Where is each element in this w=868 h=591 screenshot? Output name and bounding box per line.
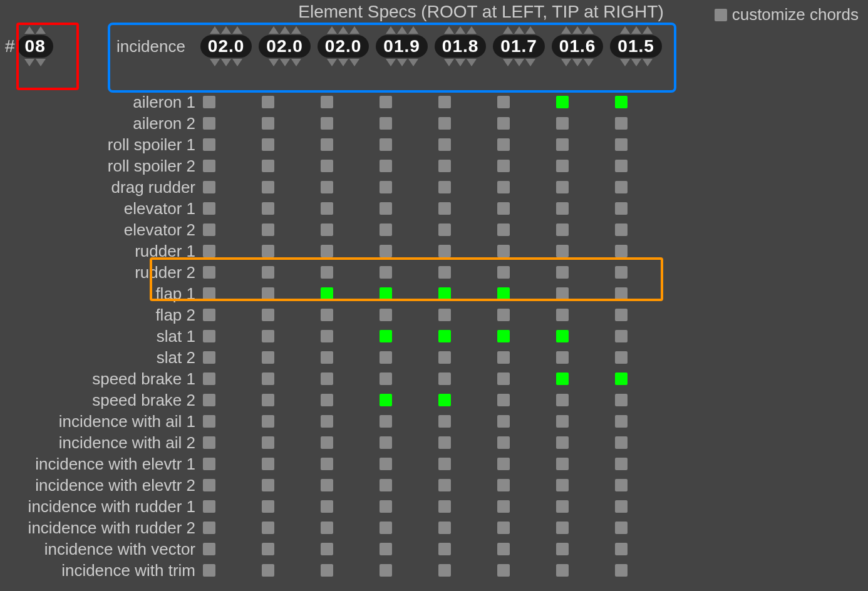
- grid-cell[interactable]: [615, 202, 628, 215]
- arrow-down-icon[interactable]: [349, 59, 359, 66]
- grid-cell[interactable]: [497, 522, 510, 534]
- grid-cell[interactable]: [262, 287, 274, 300]
- grid-cell[interactable]: [615, 266, 628, 279]
- grid-cell[interactable]: [203, 458, 215, 470]
- grid-cell[interactable]: [203, 522, 215, 534]
- grid-cell[interactable]: [556, 436, 569, 449]
- grid-cell[interactable]: [321, 160, 333, 172]
- grid-cell[interactable]: [262, 138, 274, 151]
- arrow-up-icon[interactable]: [386, 26, 396, 34]
- arrow-down-icon[interactable]: [561, 59, 571, 66]
- grid-cell[interactable]: [380, 564, 392, 577]
- grid-cell[interactable]: [262, 479, 274, 491]
- grid-cell[interactable]: [262, 436, 274, 449]
- grid-cell[interactable]: [321, 479, 333, 491]
- grid-cell[interactable]: [262, 266, 274, 279]
- arrow-down-icon[interactable]: [221, 59, 231, 66]
- grid-cell[interactable]: [203, 181, 215, 193]
- grid-cell[interactable]: [438, 564, 451, 577]
- arrow-up-icon[interactable]: [455, 26, 465, 34]
- arrow-down-icon[interactable]: [269, 59, 279, 66]
- incidence-up-arrows[interactable]: [327, 26, 359, 34]
- grid-cell[interactable]: [380, 436, 392, 449]
- grid-cell[interactable]: [556, 245, 569, 257]
- grid-cell[interactable]: [438, 522, 451, 534]
- grid-cell[interactable]: [380, 138, 392, 151]
- grid-cell[interactable]: [380, 458, 392, 470]
- grid-cell[interactable]: [438, 309, 451, 321]
- grid-cell[interactable]: [262, 394, 274, 406]
- grid-cell[interactable]: [262, 117, 274, 130]
- grid-cell[interactable]: [262, 373, 274, 385]
- arrow-up-icon[interactable]: [397, 26, 407, 34]
- grid-cell[interactable]: [203, 202, 215, 215]
- arrow-up-icon[interactable]: [467, 26, 477, 34]
- grid-cell[interactable]: [615, 96, 628, 108]
- arrow-up-icon[interactable]: [269, 26, 279, 34]
- grid-cell[interactable]: [321, 436, 333, 449]
- arrow-up-icon[interactable]: [327, 26, 337, 34]
- arrow-up-icon[interactable]: [503, 26, 513, 34]
- grid-cell[interactable]: [438, 351, 451, 364]
- grid-cell[interactable]: [321, 500, 333, 513]
- arrow-down-icon[interactable]: [397, 59, 407, 66]
- grid-cell[interactable]: [615, 479, 628, 491]
- incidence-down-arrows[interactable]: [503, 59, 535, 66]
- grid-cell[interactable]: [438, 373, 451, 385]
- grid-cell[interactable]: [556, 394, 569, 406]
- grid-cell[interactable]: [615, 500, 628, 513]
- incidence-up-arrows[interactable]: [386, 26, 418, 34]
- incidence-up-arrows[interactable]: [210, 26, 242, 34]
- grid-cell[interactable]: [556, 266, 569, 279]
- arrow-up-icon[interactable]: [514, 26, 524, 34]
- grid-cell[interactable]: [262, 96, 274, 108]
- grid-cell[interactable]: [615, 245, 628, 257]
- arrow-down-icon[interactable]: [36, 59, 46, 66]
- grid-cell[interactable]: [556, 96, 569, 108]
- grid-cell[interactable]: [380, 202, 392, 215]
- grid-cell[interactable]: [262, 500, 274, 513]
- grid-cell[interactable]: [203, 436, 215, 449]
- arrow-up-icon[interactable]: [221, 26, 231, 34]
- arrow-down-icon[interactable]: [620, 59, 630, 66]
- grid-cell[interactable]: [438, 458, 451, 470]
- grid-cell[interactable]: [497, 330, 510, 342]
- count-value[interactable]: 08: [18, 35, 53, 58]
- grid-cell[interactable]: [380, 224, 392, 236]
- grid-cell[interactable]: [556, 543, 569, 555]
- grid-cell[interactable]: [497, 373, 510, 385]
- arrow-up-icon[interactable]: [561, 26, 571, 34]
- incidence-down-arrows[interactable]: [327, 59, 359, 66]
- incidence-spinner-1[interactable]: 02.0: [259, 26, 311, 66]
- grid-cell[interactable]: [380, 117, 392, 130]
- grid-cell[interactable]: [497, 436, 510, 449]
- grid-cell[interactable]: [556, 309, 569, 321]
- arrow-down-icon[interactable]: [455, 59, 465, 66]
- arrow-down-icon[interactable]: [525, 59, 535, 66]
- grid-cell[interactable]: [203, 543, 215, 555]
- grid-cell[interactable]: [380, 394, 392, 406]
- incidence-spinner-5[interactable]: 01.7: [493, 26, 545, 66]
- arrow-down-icon[interactable]: [444, 59, 454, 66]
- arrow-up-icon[interactable]: [338, 26, 348, 34]
- grid-cell[interactable]: [438, 394, 451, 406]
- grid-cell[interactable]: [497, 245, 510, 257]
- grid-cell[interactable]: [203, 224, 215, 236]
- grid-cell[interactable]: [497, 181, 510, 193]
- grid-cell[interactable]: [203, 330, 215, 342]
- grid-cell[interactable]: [497, 458, 510, 470]
- incidence-spinner-6[interactable]: 01.6: [552, 26, 604, 66]
- incidence-up-arrows[interactable]: [503, 26, 535, 34]
- incidence-down-arrows[interactable]: [386, 59, 418, 66]
- grid-cell[interactable]: [203, 500, 215, 513]
- grid-cell[interactable]: [615, 415, 628, 428]
- grid-cell[interactable]: [380, 266, 392, 279]
- grid-cell[interactable]: [556, 522, 569, 534]
- incidence-value-0[interactable]: 02.0: [200, 35, 252, 58]
- grid-cell[interactable]: [262, 160, 274, 172]
- grid-cell[interactable]: [262, 181, 274, 193]
- arrow-down-icon[interactable]: [280, 59, 290, 66]
- grid-cell[interactable]: [321, 287, 333, 300]
- arrow-down-icon[interactable]: [24, 59, 34, 66]
- arrow-up-icon[interactable]: [291, 26, 301, 34]
